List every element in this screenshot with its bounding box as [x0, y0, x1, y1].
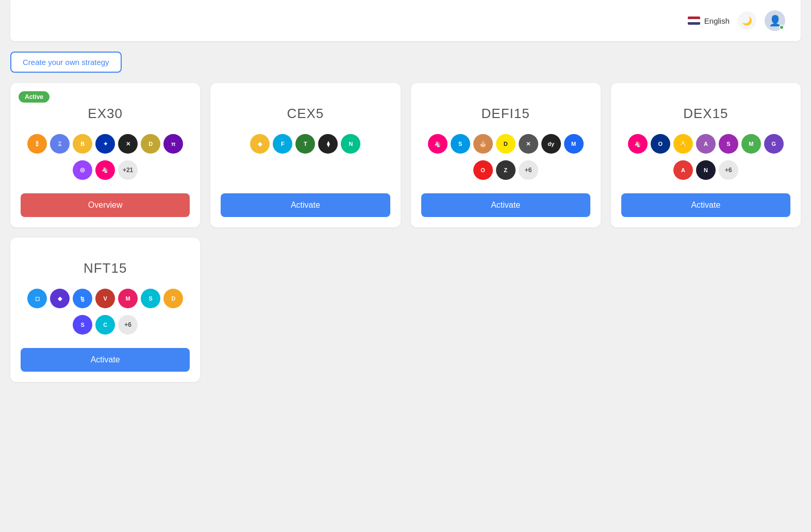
coin-icons-dex15: 🦄 O 🍌 A S M G A N +6: [621, 134, 790, 183]
activate-button-cex5[interactable]: Activate: [221, 193, 390, 217]
coin-icons-cex5: ◆ F T ⧫ N: [221, 134, 390, 183]
card-cex5: CEX5 ◆ F T ⧫ N Activate: [210, 83, 400, 227]
coin-binance: ◆: [250, 134, 270, 154]
coin-ftx: F: [273, 134, 292, 154]
coin-eth: Ξ: [50, 134, 70, 154]
coin-bnb: B: [73, 134, 92, 154]
online-dot: [779, 25, 784, 30]
card-title-dex15: DEX15: [621, 106, 790, 122]
overview-button-ex30[interactable]: Overview: [21, 193, 190, 217]
coin-btc: ₿: [27, 134, 47, 154]
coin-uni2: 🦄: [428, 134, 448, 154]
coin-banana: 🍌: [673, 134, 693, 154]
card-title-defi15: DEFI15: [421, 106, 590, 122]
coin-hbar: ⧫: [318, 134, 338, 154]
activate-button-defi15[interactable]: Activate: [421, 193, 590, 217]
create-strategy-button[interactable]: Create your own strategy: [10, 52, 122, 73]
coin-nft2: ◆: [50, 289, 70, 308]
coin-mask: M: [564, 134, 584, 154]
language-selector[interactable]: English: [688, 16, 730, 25]
language-label: English: [704, 16, 730, 25]
card-defi15: DEFI15 🦄 S 🎂 D ✕ dy M O Z +6 Activate: [411, 83, 601, 227]
coin-arv: A: [673, 160, 693, 180]
card-dex15: DEX15 🦄 O 🍌 A S M G A N +6 Activate: [611, 83, 801, 227]
header: English 🌙 👤: [10, 0, 801, 41]
coin-icons-ex30: ₿ Ξ B ✦ ✕ D π ◎ 🦄 +21: [21, 134, 190, 183]
card-nft15: NFT15 ◻ ◆ ꜩ V M S D S C +6 Activate: [10, 238, 200, 382]
card-title-nft15: NFT15: [21, 260, 190, 276]
coin-sxp: ✕: [519, 134, 538, 154]
coin-dydx: dy: [541, 134, 561, 154]
coin-uni: 🦄: [95, 160, 115, 180]
coin-new2: N: [696, 160, 716, 180]
coin-sol: ◎: [73, 160, 92, 180]
coin-ocean2: O: [651, 134, 670, 154]
coin-dai: D: [163, 289, 183, 308]
coin-pi: π: [163, 134, 183, 154]
card-title-cex5: CEX5: [221, 106, 390, 122]
coin-ocean: O: [473, 160, 493, 180]
activate-button-dex15[interactable]: Activate: [621, 193, 790, 217]
coin-mana: M: [118, 289, 138, 308]
coin-uni3: 🦄: [628, 134, 648, 154]
activate-button-nft15[interactable]: Activate: [21, 348, 190, 372]
coin-icons-nft15: ◻ ◆ ꜩ V M S D S C +6: [21, 289, 190, 338]
card-ex30: Active EX30 ₿ Ξ B ✦ ✕ D π ◎ 🦄 +21 Overvi…: [10, 83, 200, 227]
coin-ada: ✦: [95, 134, 115, 154]
more-coins-dex15: +6: [719, 160, 738, 180]
coin-xrp: ✕: [118, 134, 138, 154]
cards-grid-row1: Active EX30 ₿ Ξ B ✦ ✕ D π ◎ 🦄 +21 Overvi…: [10, 83, 801, 227]
main-content: Create your own strategy Active EX30 ₿ Ξ…: [0, 41, 811, 403]
coin-sand: S: [141, 289, 160, 308]
coin-doge: D: [141, 134, 160, 154]
coin-zap: Z: [496, 160, 516, 180]
coin-cir: C: [95, 315, 115, 335]
more-coins-ex30: +21: [118, 160, 138, 180]
coin-cake: 🎂: [473, 134, 493, 154]
coin-dodo: D: [496, 134, 516, 154]
cards-grid-row2: NFT15 ◻ ◆ ꜩ V M S D S C +6 Activate: [10, 238, 801, 382]
coin-tno: T: [295, 134, 315, 154]
coin-ser: S: [719, 134, 738, 154]
coin-slp: S: [451, 134, 470, 154]
flag-icon: [688, 16, 700, 25]
avatar-button[interactable]: 👤: [765, 10, 785, 31]
coin-vox: V: [95, 289, 115, 308]
more-coins-nft15: +6: [118, 315, 138, 335]
active-badge: Active: [19, 91, 49, 103]
card-title-ex30: EX30: [21, 106, 190, 122]
coin-near: N: [341, 134, 360, 154]
coin-algo: A: [696, 134, 716, 154]
coin-nft1: ◻: [27, 289, 47, 308]
more-coins-defi15: +6: [519, 160, 538, 180]
header-right: English 🌙 👤: [688, 10, 785, 31]
coin-icons-defi15: 🦄 S 🎂 D ✕ dy M O Z +6: [421, 134, 590, 183]
dark-mode-button[interactable]: 🌙: [738, 11, 756, 30]
coin-grt: G: [764, 134, 784, 154]
coin-stx: S: [73, 315, 92, 335]
coin-mxc: M: [741, 134, 761, 154]
coin-tez: ꜩ: [73, 289, 92, 308]
